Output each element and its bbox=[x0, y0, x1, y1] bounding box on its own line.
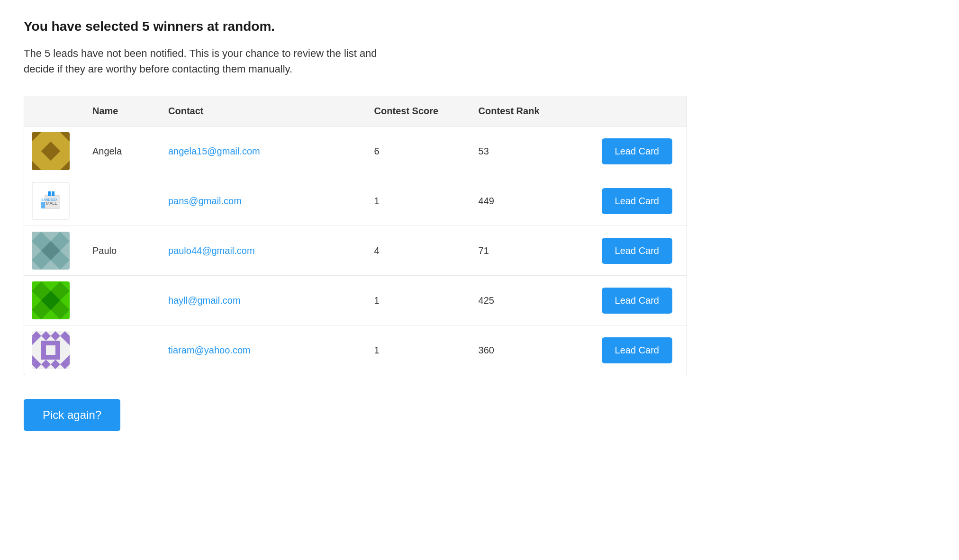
svg-text:SANDBOX: SANDBOX bbox=[41, 198, 58, 201]
avatar-cell-5 bbox=[24, 325, 81, 375]
rank-cell-2: 449 bbox=[467, 176, 590, 226]
pick-again-button[interactable]: Pick again? bbox=[24, 399, 120, 431]
contact-link-3[interactable]: paulo44@gmail.com bbox=[168, 245, 255, 256]
contact-cell-2: pans@gmail.com bbox=[157, 176, 363, 226]
col-header-name: Name bbox=[81, 96, 157, 126]
avatar-cell-1 bbox=[24, 126, 81, 176]
table-row: hayll@gmail.com 1 425 Lead Card bbox=[24, 276, 687, 325]
avatar-3 bbox=[32, 232, 70, 270]
svg-rect-38 bbox=[46, 345, 55, 355]
rank-cell-5: 360 bbox=[467, 325, 590, 375]
table-row: MALL SANDBOX pans@gmail.com 1 449 Lead C… bbox=[24, 176, 687, 226]
action-cell-3: Lead Card bbox=[590, 226, 687, 276]
svg-rect-17 bbox=[41, 202, 45, 208]
header-row: Name Contact Contest Score Contest Rank bbox=[24, 96, 687, 126]
contact-cell-4: hayll@gmail.com bbox=[157, 276, 363, 325]
lead-card-button-3[interactable]: Lead Card bbox=[602, 238, 672, 264]
subtitle-line2: decide if they are worthy before contact… bbox=[24, 63, 292, 75]
col-header-action bbox=[590, 96, 687, 126]
avatar-5 bbox=[32, 331, 70, 369]
name-cell-1: Angela bbox=[81, 126, 157, 176]
rank-cell-3: 71 bbox=[467, 226, 590, 276]
page-subtitle: The 5 leads have not been notified. This… bbox=[24, 45, 687, 77]
action-cell-2: Lead Card bbox=[590, 176, 687, 226]
svg-rect-16 bbox=[52, 191, 54, 196]
avatar-1 bbox=[32, 132, 70, 170]
action-cell-1: Lead Card bbox=[590, 126, 687, 176]
score-cell-1: 6 bbox=[363, 126, 467, 176]
contact-link-2[interactable]: pans@gmail.com bbox=[168, 196, 242, 206]
contact-cell-3: paulo44@gmail.com bbox=[157, 226, 363, 276]
contact-link-1[interactable]: angela15@gmail.com bbox=[168, 146, 260, 156]
col-header-contact: Contact bbox=[157, 96, 363, 126]
avatar-4 bbox=[32, 281, 70, 319]
score-cell-3: 4 bbox=[363, 226, 467, 276]
name-cell-3: Paulo bbox=[81, 226, 157, 276]
lead-card-button-1[interactable]: Lead Card bbox=[602, 138, 672, 164]
avatar-2: MALL SANDBOX bbox=[32, 182, 70, 220]
svg-rect-15 bbox=[48, 191, 51, 196]
svg-text:MALL: MALL bbox=[46, 201, 57, 206]
contact-cell-5: tiaram@yahoo.com bbox=[157, 325, 363, 375]
col-header-avatar bbox=[24, 96, 81, 126]
lead-card-button-2[interactable]: Lead Card bbox=[602, 188, 672, 214]
contact-cell-1: angela15@gmail.com bbox=[157, 126, 363, 176]
action-cell-4: Lead Card bbox=[590, 276, 687, 325]
page-container: You have selected 5 winners at random. T… bbox=[24, 19, 687, 431]
table-body: Angela angela15@gmail.com 6 53 Lead Card… bbox=[24, 126, 687, 375]
contact-link-5[interactable]: tiaram@yahoo.com bbox=[168, 345, 251, 355]
rank-cell-1: 53 bbox=[467, 126, 590, 176]
winners-table-wrapper: Name Contact Contest Score Contest Rank bbox=[24, 96, 687, 375]
action-cell-5: Lead Card bbox=[590, 325, 687, 375]
lead-card-button-4[interactable]: Lead Card bbox=[602, 288, 672, 314]
name-cell-4 bbox=[81, 276, 157, 325]
col-header-score: Contest Score bbox=[363, 96, 467, 126]
table-row: Angela angela15@gmail.com 6 53 Lead Card bbox=[24, 126, 687, 176]
subtitle-line1: The 5 leads have not been notified. This… bbox=[24, 47, 377, 59]
page-heading: You have selected 5 winners at random. bbox=[24, 19, 687, 34]
pick-again-label: Pick again? bbox=[43, 408, 101, 421]
score-cell-5: 1 bbox=[363, 325, 467, 375]
name-cell-2 bbox=[81, 176, 157, 226]
table-row: Paulo paulo44@gmail.com 4 71 Lead Card bbox=[24, 226, 687, 276]
rank-cell-4: 425 bbox=[467, 276, 590, 325]
avatar-cell-2: MALL SANDBOX bbox=[24, 176, 81, 226]
name-cell-5 bbox=[81, 325, 157, 375]
avatar-cell-3 bbox=[24, 226, 81, 276]
table-row: tiaram@yahoo.com 1 360 Lead Card bbox=[24, 325, 687, 375]
col-header-rank: Contest Rank bbox=[467, 96, 590, 126]
table-header: Name Contact Contest Score Contest Rank bbox=[24, 96, 687, 126]
score-cell-2: 1 bbox=[363, 176, 467, 226]
avatar-cell-4 bbox=[24, 276, 81, 325]
lead-card-button-5[interactable]: Lead Card bbox=[602, 337, 672, 363]
winners-table: Name Contact Contest Score Contest Rank bbox=[24, 96, 687, 375]
score-cell-4: 1 bbox=[363, 276, 467, 325]
contact-link-4[interactable]: hayll@gmail.com bbox=[168, 295, 241, 306]
